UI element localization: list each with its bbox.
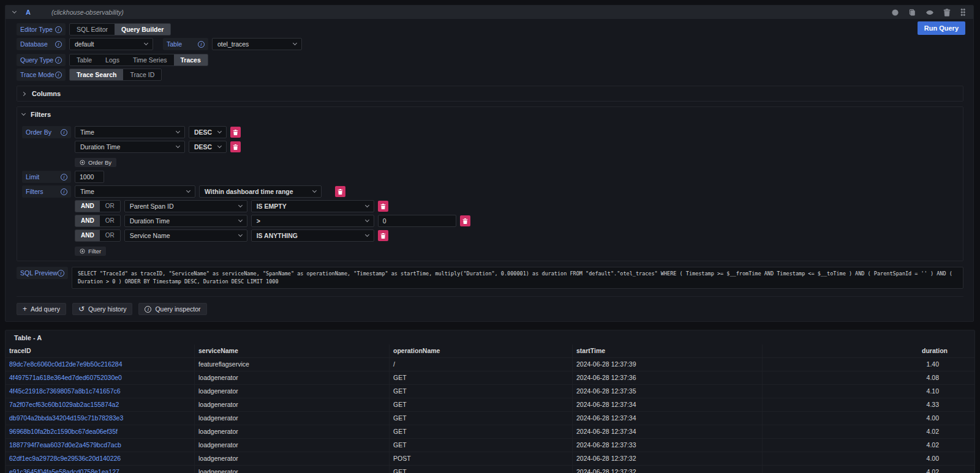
query-type-option-table[interactable]: Table xyxy=(70,54,99,65)
info-icon[interactable] xyxy=(61,129,67,136)
order-by-direction-value: DESC xyxy=(194,143,212,151)
add-filter-button[interactable]: Filter xyxy=(75,247,106,256)
filter-row: AND OR Parent Span ID IS EMPTY xyxy=(22,200,958,212)
remove-order-by-button[interactable] xyxy=(230,127,241,138)
conjunction-toggle: AND OR xyxy=(75,200,121,212)
chevron-down-icon xyxy=(144,41,148,45)
filters-label: Filters xyxy=(22,185,71,198)
info-icon[interactable] xyxy=(61,174,67,181)
time-filter-row: Filters Time Within dashboard time range xyxy=(22,185,958,198)
info-icon[interactable] xyxy=(198,41,205,48)
chevron-down-icon xyxy=(365,218,369,222)
column-header-operationname[interactable]: operationName xyxy=(390,345,573,358)
table-cell: 4.02 xyxy=(763,425,974,439)
remove-filter-button[interactable] xyxy=(335,186,345,197)
sql-preview-row: SQL Preview SELECT "TraceId" as traceID,… xyxy=(17,267,963,289)
editor-type-label-text: Editor Type xyxy=(20,26,53,33)
filters-section-title: Filters xyxy=(31,111,51,118)
query-history-button[interactable]: ↺ Query history xyxy=(72,303,133,315)
table-cell: GET xyxy=(390,412,573,425)
or-option[interactable]: OR xyxy=(100,230,120,241)
and-option[interactable]: AND xyxy=(75,230,100,241)
info-icon[interactable] xyxy=(55,72,62,78)
table-cell: 2024-06-28 12:37:33 xyxy=(573,439,763,452)
or-option[interactable]: OR xyxy=(100,215,120,226)
chevron-down-icon xyxy=(293,41,297,45)
filter-operator-select[interactable]: IS EMPTY xyxy=(251,200,374,212)
filter-operator-select[interactable]: IS ANYTHING xyxy=(251,229,374,242)
column-header-traceid[interactable]: traceID xyxy=(6,345,195,358)
database-label: Database xyxy=(17,38,66,50)
trace-id-link[interactable]: 1887794f7eaa6037d0e2a4579bcd7acb xyxy=(9,441,121,449)
info-icon[interactable] xyxy=(58,270,64,277)
table-select[interactable]: otel_traces xyxy=(212,38,302,50)
columns-section-header[interactable]: Columns xyxy=(22,88,958,99)
column-header-duration[interactable]: duration xyxy=(763,345,974,358)
filter-operator-select[interactable]: > xyxy=(251,215,374,227)
order-by-direction-select[interactable]: DESC xyxy=(189,141,227,153)
filter-field-select[interactable]: Service Name xyxy=(124,229,247,242)
trace-id-link[interactable]: db9704a2bbda34204d159c71b78283e3 xyxy=(9,414,123,422)
trace-id-link[interactable]: e91c3645f04fa5e58adcd0758e1ea127 xyxy=(9,468,119,473)
trace-id-link[interactable]: 7a2f07ecf63c60b1029ab2ac155874a2 xyxy=(9,401,119,408)
and-option[interactable]: AND xyxy=(75,201,100,212)
remove-filter-button[interactable] xyxy=(460,215,470,226)
collapse-chevron-icon[interactable] xyxy=(12,9,17,13)
order-by-direction-select[interactable]: DESC xyxy=(189,126,227,138)
query-type-option-traces[interactable]: Traces xyxy=(174,54,208,65)
table-row: e91c3645f04fa5e58adcd0758e1ea127loadgene… xyxy=(6,466,974,473)
trace-id-link[interactable]: 4f45c21918c73698057a8b1c741657c6 xyxy=(9,387,121,395)
sql-preview-code: SELECT "TraceId" as traceID, "ServiceNam… xyxy=(72,267,963,289)
info-icon[interactable] xyxy=(61,188,67,195)
or-option[interactable]: OR xyxy=(100,201,120,212)
filter-operator-select[interactable]: Within dashboard time range xyxy=(199,185,322,198)
and-option[interactable]: AND xyxy=(75,215,100,226)
column-header-starttime[interactable]: startTime xyxy=(573,345,763,358)
add-query-button[interactable]: + Add query xyxy=(17,303,66,315)
filter-field-value: Parent Span ID xyxy=(130,203,174,210)
trace-id-link[interactable]: 62df1ec9a29728c9e29536c20d140226 xyxy=(9,455,121,462)
editor-type-option-query-builder[interactable]: Query Builder xyxy=(115,24,170,35)
limit-input[interactable] xyxy=(75,171,104,183)
remove-filter-button[interactable] xyxy=(378,201,388,212)
table-cell: loadgenerator xyxy=(195,452,390,466)
order-by-field-select[interactable]: Duration Time xyxy=(75,141,185,153)
trace-id-link[interactable]: 4f497571a618e364ed7ded60752030e0 xyxy=(9,374,122,381)
info-icon[interactable] xyxy=(55,57,62,64)
eye-icon[interactable] xyxy=(925,9,934,17)
remove-order-by-button[interactable] xyxy=(230,141,241,152)
run-query-button[interactable]: Run Query xyxy=(918,21,965,35)
info-icon[interactable] xyxy=(55,26,62,33)
query-type-option-time-series[interactable]: Time Series xyxy=(126,54,174,65)
database-select[interactable]: default xyxy=(69,38,153,50)
trace-id-link[interactable]: 96968b10fa2b2c1590bc67dea06ef35f xyxy=(9,428,118,435)
query-type-option-logs[interactable]: Logs xyxy=(99,54,126,65)
add-order-by-button[interactable]: Order By xyxy=(75,158,116,167)
filter-field-select[interactable]: Duration Time xyxy=(124,215,247,227)
table-cell: 2024-06-28 12:37:35 xyxy=(573,385,763,398)
remove-filter-button[interactable] xyxy=(378,230,388,241)
editor-type-option-sql-editor[interactable]: SQL Editor xyxy=(70,24,115,35)
filter-field-select[interactable]: Time xyxy=(75,185,195,198)
filters-section-header[interactable]: Filters xyxy=(22,109,958,120)
table-cell: POST xyxy=(390,452,573,466)
record-icon[interactable] xyxy=(891,9,899,17)
query-inspector-button[interactable]: Query inspector xyxy=(138,303,206,315)
filter-operator-value: IS EMPTY xyxy=(257,203,287,210)
column-header-servicename[interactable]: serviceName xyxy=(195,345,390,358)
columns-section: Columns xyxy=(17,86,963,102)
filter-field-select[interactable]: Parent Span ID xyxy=(124,200,247,212)
info-icon[interactable] xyxy=(55,41,62,48)
trace-id-link[interactable]: 89dc7e8c6060c0d12de7e9b50c216284 xyxy=(9,360,123,368)
order-by-field-select[interactable]: Time xyxy=(75,126,185,138)
copy-icon[interactable] xyxy=(908,9,916,17)
filter-value-input[interactable] xyxy=(378,215,456,227)
table-cell: loadgenerator xyxy=(195,466,390,473)
trash-icon[interactable] xyxy=(943,9,951,17)
chevron-down-icon xyxy=(312,188,317,193)
trace-mode-option-trace-search[interactable]: Trace Search xyxy=(70,69,123,80)
drag-handle-icon[interactable] xyxy=(960,8,966,17)
table-cell: loadgenerator xyxy=(195,371,390,385)
trace-mode-option-trace-id[interactable]: Trace ID xyxy=(123,69,161,80)
query-row-header[interactable]: A (clickhouse-observability) xyxy=(6,6,973,19)
